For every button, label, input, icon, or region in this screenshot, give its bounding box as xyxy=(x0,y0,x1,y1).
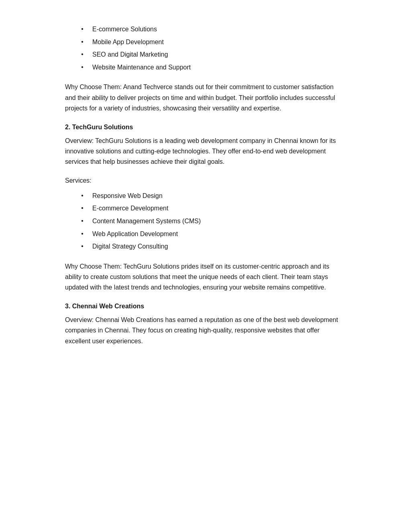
list-item: Web Application Development xyxy=(81,229,346,239)
section2-services-list: Responsive Web Design E-commerce Develop… xyxy=(81,191,346,252)
section2-why-choose: Why Choose Them: TechGuru Solutions prid… xyxy=(65,261,346,293)
list-item: E-commerce Solutions xyxy=(81,24,346,35)
section1-bullet-list: E-commerce Solutions Mobile App Developm… xyxy=(81,24,346,72)
section3-heading: 3. Chennai Web Creations xyxy=(65,303,346,310)
list-item: Content Management Systems (CMS) xyxy=(81,216,346,226)
section2-overview: Overview: TechGuru Solutions is a leadin… xyxy=(65,136,346,167)
list-item: Website Maintenance and Support xyxy=(81,62,346,73)
section3-overview: Overview: Chennai Web Creations has earn… xyxy=(65,315,346,347)
list-item: Mobile App Development xyxy=(81,37,346,47)
section2-heading: 2. TechGuru Solutions xyxy=(65,124,346,131)
section1-why-choose: Why Choose Them: Anand Techverce stands … xyxy=(65,82,346,114)
list-item: E-commerce Development xyxy=(81,203,346,214)
page-container: E-commerce Solutions Mobile App Developm… xyxy=(33,0,378,380)
list-item: Digital Strategy Consulting xyxy=(81,241,346,252)
section2-services-label: Services: xyxy=(65,177,346,184)
list-item: Responsive Web Design xyxy=(81,191,346,201)
list-item: SEO and Digital Marketing xyxy=(81,49,346,60)
